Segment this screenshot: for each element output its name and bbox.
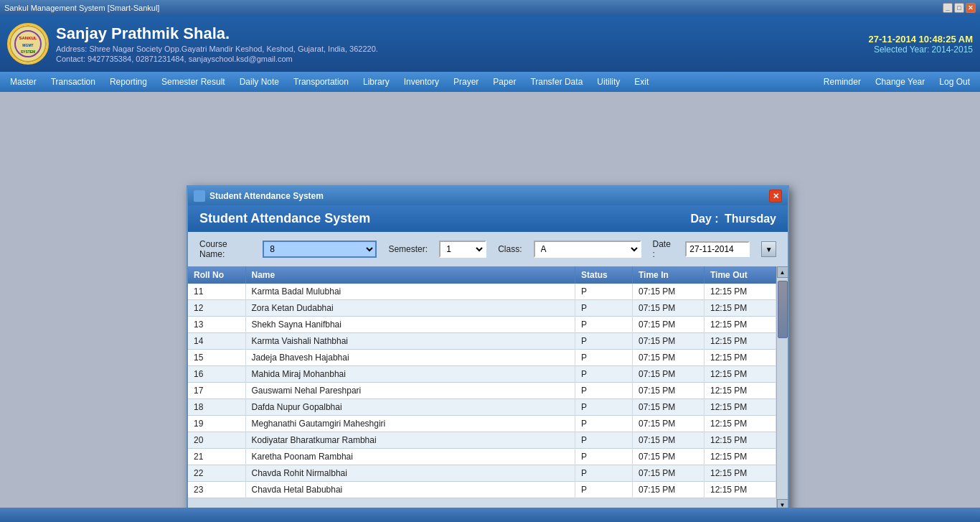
table-row: 14 Karmta Vaishali Nathbhai P 07:15 PM 1… bbox=[188, 333, 776, 350]
attendance-table-wrapper: Roll No Name Status Time In Time Out 11 … bbox=[188, 266, 788, 511]
table-row: 12 Zora Ketan Dudabhai P 07:15 PM 12:15 … bbox=[188, 300, 776, 317]
date-label: Date : bbox=[653, 239, 674, 259]
cell-rollno: 22 bbox=[188, 465, 245, 482]
minimize-button[interactable]: _ bbox=[943, 3, 953, 13]
cell-rollno: 16 bbox=[188, 366, 245, 383]
class-select[interactable]: A bbox=[534, 241, 641, 258]
table-row: 16 Mahida Miraj Mohanbhai P 07:15 PM 12:… bbox=[188, 366, 776, 383]
cell-timein: 07:15 PM bbox=[633, 465, 705, 482]
cell-status[interactable]: P bbox=[575, 432, 633, 449]
cell-status[interactable]: P bbox=[575, 350, 633, 366]
cell-timeout: 12:15 PM bbox=[705, 449, 776, 465]
col-header-timeout: Time Out bbox=[705, 266, 776, 284]
calendar-button[interactable]: ▼ bbox=[761, 241, 776, 257]
cell-name: Karmta Badal Mulubhai bbox=[245, 284, 575, 300]
app-close-button[interactable]: ✕ bbox=[966, 3, 976, 13]
menu-semester-result[interactable]: Semester Result bbox=[154, 74, 232, 90]
cell-status[interactable]: P bbox=[575, 416, 633, 432]
table-row: 23 Chavda Hetal Babubhai P 07:15 PM 12:1… bbox=[188, 482, 776, 498]
cell-timein: 07:15 PM bbox=[633, 284, 705, 300]
cell-name: Zora Ketan Dudabhai bbox=[245, 300, 575, 317]
cell-status[interactable]: P bbox=[575, 482, 633, 498]
cell-status[interactable]: P bbox=[575, 465, 633, 482]
title-bar: Sankul Management System [Smart-Sankul] … bbox=[0, 0, 980, 16]
menu-transaction[interactable]: Transaction bbox=[44, 74, 103, 90]
dialog-header-band: Student Attendance System Day : Thursday bbox=[188, 205, 788, 232]
menu-logout[interactable]: Log Out bbox=[932, 74, 977, 90]
school-address: Address: Shree Nagar Society Opp.Gayatri… bbox=[56, 45, 869, 53]
menu-change-year[interactable]: Change Year bbox=[868, 74, 932, 90]
cell-timeout: 12:15 PM bbox=[705, 284, 776, 300]
col-header-status: Status bbox=[575, 266, 633, 284]
attendance-dialog: Student Attendance System ✕ Student Atte… bbox=[187, 185, 789, 522]
cell-timein: 07:15 PM bbox=[633, 449, 705, 465]
menu-reporting[interactable]: Reporting bbox=[103, 74, 154, 90]
table-body: 11 Karmta Badal Mulubhai P 07:15 PM 12:1… bbox=[188, 284, 776, 498]
menu-transportation[interactable]: Transportation bbox=[286, 74, 356, 90]
table-row: 22 Chavda Rohit Nirmalbhai P 07:15 PM 12… bbox=[188, 465, 776, 482]
scroll-up-button[interactable]: ▲ bbox=[777, 266, 788, 278]
menu-reminder[interactable]: Reminder bbox=[816, 74, 868, 90]
scroll-thumb[interactable] bbox=[778, 281, 788, 338]
class-label: Class: bbox=[498, 244, 522, 254]
maximize-button[interactable]: □ bbox=[954, 3, 964, 13]
dialog-title-text: Student Attendance System bbox=[209, 191, 324, 201]
cell-status[interactable]: P bbox=[575, 366, 633, 383]
table-header-row: Roll No Name Status Time In Time Out bbox=[188, 266, 776, 284]
cell-timeout: 12:15 PM bbox=[705, 399, 776, 416]
cell-status[interactable]: P bbox=[575, 383, 633, 399]
scrollbar-track[interactable]: ▲ ▼ bbox=[776, 266, 788, 511]
menu-prayer[interactable]: Prayer bbox=[446, 74, 486, 90]
cell-timein: 07:15 PM bbox=[633, 416, 705, 432]
app-title: Sankul Management System [Smart-Sankul] bbox=[4, 4, 159, 12]
cell-name: Chavda Hetal Babubhai bbox=[245, 482, 575, 498]
cell-timeout: 12:15 PM bbox=[705, 383, 776, 399]
cell-timein: 07:15 PM bbox=[633, 383, 705, 399]
menu-daily-note[interactable]: Daily Note bbox=[232, 74, 286, 90]
semester-select[interactable]: 1 bbox=[439, 241, 486, 258]
school-name: Sanjay Prathmik Shala. bbox=[56, 24, 869, 43]
menu-inventory[interactable]: Inventory bbox=[397, 74, 446, 90]
menu-paper[interactable]: Paper bbox=[486, 74, 523, 90]
menu-transfer-data[interactable]: Transfer Data bbox=[523, 74, 590, 90]
table-row: 17 Gauswami Nehal Pareshpari P 07:15 PM … bbox=[188, 383, 776, 399]
dialog-close-button[interactable]: ✕ bbox=[769, 190, 782, 202]
dialog-icon bbox=[194, 190, 205, 202]
menu-master[interactable]: Master bbox=[3, 74, 44, 90]
cell-status[interactable]: P bbox=[575, 317, 633, 333]
cell-status[interactable]: P bbox=[575, 449, 633, 465]
cell-rollno: 17 bbox=[188, 383, 245, 399]
cell-rollno: 12 bbox=[188, 300, 245, 317]
cell-name: Jadeja Bhavesh Hajabhai bbox=[245, 350, 575, 366]
table-row: 18 Dafda Nupur Gopalbhai P 07:15 PM 12:1… bbox=[188, 399, 776, 416]
table-row: 15 Jadeja Bhavesh Hajabhai P 07:15 PM 12… bbox=[188, 350, 776, 366]
course-label: Course Name: bbox=[199, 239, 251, 259]
col-header-rollno: Roll No bbox=[188, 266, 245, 284]
cell-rollno: 13 bbox=[188, 317, 245, 333]
cell-status[interactable]: P bbox=[575, 333, 633, 350]
course-select[interactable]: 8 bbox=[263, 241, 377, 258]
school-logo: SANKUL MGMT SYSTEM bbox=[7, 23, 49, 65]
cell-timeout: 12:15 PM bbox=[705, 465, 776, 482]
cell-status[interactable]: P bbox=[575, 399, 633, 416]
cell-name: Karmta Vaishali Nathbhai bbox=[245, 333, 575, 350]
cell-status[interactable]: P bbox=[575, 300, 633, 317]
header-right: 27-11-2014 10:48:25 AM Selected Year: 20… bbox=[869, 34, 974, 55]
table-row: 11 Karmta Badal Mulubhai P 07:15 PM 12:1… bbox=[188, 284, 776, 300]
cell-rollno: 15 bbox=[188, 350, 245, 366]
date-input[interactable] bbox=[685, 241, 750, 257]
dialog-title-bar: Student Attendance System ✕ bbox=[188, 187, 788, 205]
table-row: 19 Meghanathi Gautamgiri Maheshgiri P 07… bbox=[188, 416, 776, 432]
cell-timeout: 12:15 PM bbox=[705, 482, 776, 498]
selected-year: Selected Year: 2014-2015 bbox=[869, 45, 974, 55]
cell-name: Meghanathi Gautamgiri Maheshgiri bbox=[245, 416, 575, 432]
cell-rollno: 11 bbox=[188, 284, 245, 300]
menu-exit[interactable]: Exit bbox=[627, 74, 656, 90]
attendance-table: Roll No Name Status Time In Time Out 11 … bbox=[188, 266, 776, 498]
svg-text:MGMT: MGMT bbox=[22, 43, 33, 47]
menu-library[interactable]: Library bbox=[356, 74, 397, 90]
cell-status[interactable]: P bbox=[575, 284, 633, 300]
menu-uitility[interactable]: Uitility bbox=[590, 74, 627, 90]
cell-timeout: 12:15 PM bbox=[705, 432, 776, 449]
cell-timein: 07:15 PM bbox=[633, 482, 705, 498]
